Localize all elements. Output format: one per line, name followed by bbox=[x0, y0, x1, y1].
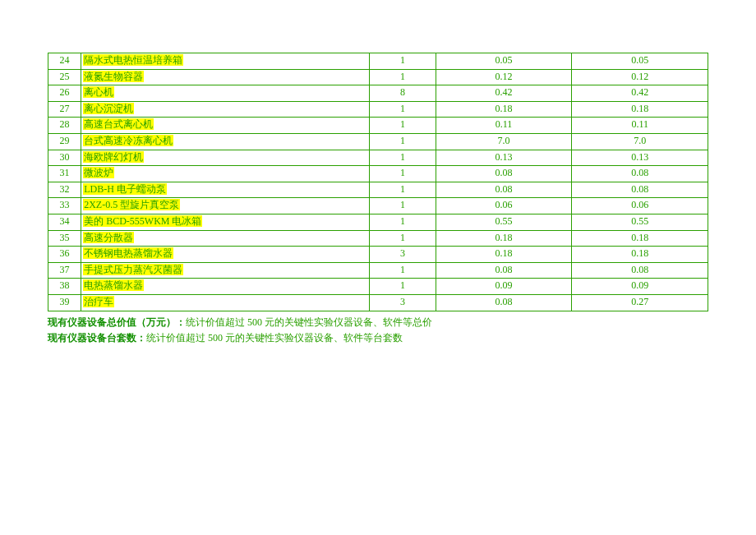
row-index: 24 bbox=[60, 54, 70, 66]
row-total-price: 7.0 bbox=[634, 135, 646, 146]
row-qty: 1 bbox=[400, 151, 405, 163]
table-row: 27离心沉淀机10.180.18 bbox=[48, 101, 708, 118]
row-total-price: 0.09 bbox=[631, 279, 648, 291]
row-total-price: 0.08 bbox=[631, 264, 648, 275]
row-total-price: 0.27 bbox=[631, 296, 648, 307]
row-qty: 3 bbox=[400, 247, 405, 259]
table-row: 32LDB-H 电子蠕动泵10.080.08 bbox=[48, 182, 708, 198]
row-qty: 1 bbox=[400, 54, 405, 66]
row-index: 31 bbox=[60, 167, 70, 178]
row-name: 高速台式离心机 bbox=[83, 118, 154, 130]
row-name: 隔水式电热恒温培养箱 bbox=[83, 54, 183, 66]
row-name: LDB-H 电子蠕动泵 bbox=[83, 183, 167, 195]
table-row: 28高速台式离心机10.110.11 bbox=[48, 118, 708, 134]
row-unit-price: 7.0 bbox=[498, 135, 510, 146]
row-qty: 1 bbox=[400, 118, 405, 130]
row-name: 治疗车 bbox=[83, 296, 114, 307]
row-unit-price: 0.05 bbox=[496, 54, 513, 66]
table-row: 30海欧牌幻灯机10.130.13 bbox=[48, 150, 708, 166]
row-index: 35 bbox=[60, 232, 70, 243]
row-qty: 1 bbox=[400, 279, 405, 291]
table-row: 37手提式压力蒸汽灭菌器10.080.08 bbox=[48, 262, 708, 279]
row-qty: 1 bbox=[400, 215, 405, 227]
row-qty: 3 bbox=[400, 296, 405, 307]
table-row: 29台式高速冷冻离心机17.07.0 bbox=[48, 133, 708, 150]
row-total-price: 0.08 bbox=[631, 183, 648, 195]
row-name: 不锈钢电热蒸馏水器 bbox=[83, 247, 173, 259]
row-qty: 1 bbox=[400, 199, 405, 210]
row-index: 36 bbox=[60, 247, 70, 259]
row-unit-price: 0.08 bbox=[496, 183, 513, 195]
row-name: 美的 BCD-555WKM 电冰箱 bbox=[83, 215, 202, 227]
row-index: 38 bbox=[60, 279, 70, 291]
row-total-price: 0.05 bbox=[631, 54, 648, 66]
row-unit-price: 0.06 bbox=[496, 199, 513, 210]
row-name: 台式高速冷冻离心机 bbox=[83, 135, 173, 146]
row-unit-price: 0.18 bbox=[496, 232, 513, 243]
row-index: 34 bbox=[60, 215, 70, 227]
row-index: 37 bbox=[60, 264, 70, 275]
row-index: 39 bbox=[60, 296, 70, 307]
row-qty: 1 bbox=[400, 232, 405, 243]
row-unit-price: 0.42 bbox=[496, 86, 513, 98]
row-index: 32 bbox=[60, 183, 70, 195]
row-unit-price: 0.18 bbox=[496, 247, 513, 259]
row-unit-price: 0.08 bbox=[496, 167, 513, 178]
row-qty: 1 bbox=[400, 103, 405, 114]
row-name: 离心机 bbox=[83, 86, 114, 98]
table-row: 25液氮生物容器10.120.12 bbox=[48, 69, 708, 85]
table-row: 332XZ-0.5 型旋片真空泵10.060.06 bbox=[48, 198, 708, 214]
row-total-price: 0.08 bbox=[631, 167, 648, 178]
row-qty: 1 bbox=[400, 264, 405, 275]
table-row: 26离心机80.420.42 bbox=[48, 85, 708, 102]
row-qty: 1 bbox=[400, 135, 405, 146]
row-unit-price: 0.08 bbox=[496, 296, 513, 307]
row-qty: 1 bbox=[400, 183, 405, 195]
row-name: 海欧牌幻灯机 bbox=[83, 151, 144, 163]
row-total-price: 0.18 bbox=[631, 247, 648, 259]
row-total-price: 0.13 bbox=[631, 151, 648, 163]
row-name: 高速分散器 bbox=[83, 232, 134, 243]
row-index: 29 bbox=[60, 135, 70, 146]
row-name: 电热蒸馏水器 bbox=[83, 279, 144, 291]
row-unit-price: 0.13 bbox=[496, 151, 513, 163]
row-unit-price: 0.09 bbox=[496, 279, 513, 291]
table-row: 31微波炉10.080.08 bbox=[48, 166, 708, 182]
note-total-count: 现有仪器设备台套数：统计价值超过 500 元的关键性实验仪器设备、软件等台套数 bbox=[48, 330, 708, 346]
row-index: 30 bbox=[60, 151, 70, 163]
row-name: 离心沉淀机 bbox=[83, 103, 134, 114]
table-row: 24隔水式电热恒温培养箱10.050.05 bbox=[48, 53, 708, 70]
equipment-table: 24隔水式电热恒温培养箱10.050.0525液氮生物容器10.120.1226… bbox=[48, 53, 708, 311]
row-index: 27 bbox=[60, 103, 70, 114]
row-index: 28 bbox=[60, 118, 70, 130]
row-qty: 8 bbox=[400, 86, 405, 98]
row-name: 液氮生物容器 bbox=[83, 71, 144, 82]
note-total-value: 现有仪器设备总价值（万元）：统计价值超过 500 元的关键性实验仪器设备、软件等… bbox=[48, 315, 708, 330]
table-row: 38电热蒸馏水器10.090.09 bbox=[48, 279, 708, 295]
table-row: 34美的 BCD-555WKM 电冰箱10.550.55 bbox=[48, 214, 708, 230]
table-row: 36不锈钢电热蒸馏水器30.180.18 bbox=[48, 247, 708, 263]
row-unit-price: 0.12 bbox=[496, 71, 513, 82]
row-total-price: 0.12 bbox=[631, 71, 648, 82]
row-index: 25 bbox=[60, 71, 70, 82]
row-total-price: 0.11 bbox=[631, 118, 648, 130]
row-unit-price: 0.55 bbox=[496, 215, 513, 227]
row-total-price: 0.18 bbox=[631, 103, 648, 114]
table-row: 35高速分散器10.180.18 bbox=[48, 230, 708, 247]
row-total-price: 0.55 bbox=[631, 215, 648, 227]
row-unit-price: 0.11 bbox=[496, 118, 513, 130]
row-name: 2XZ-0.5 型旋片真空泵 bbox=[83, 199, 180, 210]
row-total-price: 0.18 bbox=[631, 232, 648, 243]
table-row: 39治疗车30.080.27 bbox=[48, 294, 708, 311]
row-index: 33 bbox=[60, 199, 70, 210]
row-index: 26 bbox=[60, 86, 70, 98]
row-total-price: 0.42 bbox=[631, 86, 648, 98]
row-total-price: 0.06 bbox=[631, 199, 648, 210]
row-name: 手提式压力蒸汽灭菌器 bbox=[83, 264, 183, 275]
row-unit-price: 0.08 bbox=[496, 264, 513, 275]
row-qty: 1 bbox=[400, 167, 405, 178]
row-qty: 1 bbox=[400, 71, 405, 82]
row-name: 微波炉 bbox=[83, 167, 114, 178]
row-unit-price: 0.18 bbox=[496, 103, 513, 114]
footer-notes: 现有仪器设备总价值（万元）：统计价值超过 500 元的关键性实验仪器设备、软件等… bbox=[48, 315, 708, 346]
